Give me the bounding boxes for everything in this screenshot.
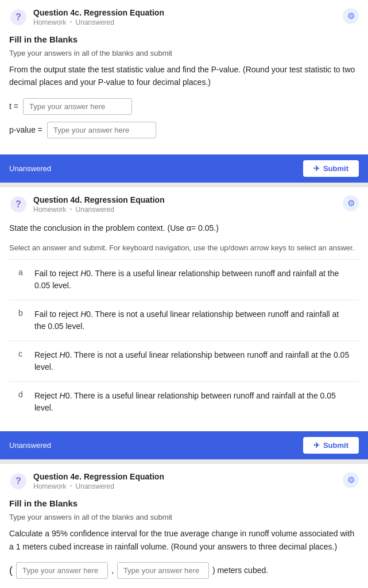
mc-letter-a: a [18,268,28,277]
mc-option-c[interactable]: c Reject H0. There is not a useful linea… [9,341,359,382]
fill-blanks-title-4c: Fill in the Blanks [9,34,359,44]
question-header-4d: ? Question 4d. Regression Equation Homew… [0,187,368,218]
ci-comma: , [111,566,114,575]
divider-1 [0,183,368,187]
mc-letter-c: c [18,349,28,358]
question-icon-4c: ? [9,8,28,26]
mc-option-a[interactable]: a Fail to reject H0. There is a useful l… [9,259,359,300]
mc-text-d: Reject H0. There is a useful linear rela… [34,390,350,414]
meta-homework-4e: Homework [33,482,66,490]
pvalue-input[interactable] [47,122,156,138]
gear-button-4e[interactable]: ⚙ [343,472,359,488]
question-4d: ? Question 4d. Regression Equation Homew… [0,187,368,459]
instruction-4c: Type your answers in all of the blanks a… [9,49,359,57]
fill-blanks-title-4e: Fill in the Blanks [9,498,359,508]
question-icon-4d: ? [9,195,28,214]
pvalue-label: p-value = [9,125,42,134]
question-title-4d: Question 4d. Regression Equation [33,195,337,204]
divider-2 [0,459,368,464]
ci-input-1[interactable] [16,562,108,579]
question-title-4e: Question 4e. Regression Equation [33,472,337,481]
submit-button-4d[interactable]: ✈ Submit [303,437,359,454]
mc-text-c: Reject H0. There is not a useful linear … [34,349,350,373]
gear-button-4d[interactable]: ⚙ [343,195,359,211]
prompt-4e: Calculate a 95% confidence interval for … [9,527,359,553]
question-title-4c: Question 4c. Regression Equation [33,8,337,17]
question-header-4e: ? Question 4e. Regression Equation Homew… [0,464,368,495]
prompt-4d: State the conclusion in the problem cont… [9,222,359,234]
ci-open-paren: ( [9,564,13,577]
mc-option-d[interactable]: d Reject H0. There is a useful linear re… [9,382,359,422]
meta-status-4e: Unanswered [76,482,114,490]
gear-icon-4c: ⚙ [347,11,355,21]
mc-text-a: Fail to reject H0. There is a useful lin… [34,268,350,292]
question-body-4e: Fill in the Blanks Type your answers in … [0,495,368,588]
submit-label-4c: Submit [323,164,348,173]
mc-text-b: Fail to reject H0. There is not a useful… [34,308,350,332]
t-input[interactable] [23,98,132,115]
question-title-area-4c: Question 4c. Regression Equation Homewor… [33,8,337,26]
question-title-area-4e: Question 4e. Regression Equation Homewor… [33,472,337,490]
question-meta-4c: Homework • Unanswered [33,18,337,26]
mc-letter-d: d [18,390,28,399]
instruction-4e: Type your answers in all of the blanks a… [9,513,359,521]
question-header-4c: ? Question 4c. Regression Equation Homew… [0,0,368,31]
mc-options-4d: a Fail to reject H0. There is a useful l… [9,259,359,422]
question-4c: ? Question 4c. Regression Equation Homew… [0,0,368,183]
question-body-4d: State the conclusion in the problem cont… [0,218,368,431]
mc-option-b[interactable]: b Fail to reject H0. There is not a usef… [9,300,359,341]
meta-homework-4d: Homework [33,206,66,214]
mc-instruction-4d: Select an answer and submit. For keyboar… [9,243,359,252]
pvalue-input-row: p-value = [9,122,359,138]
meta-status-4d: Unanswered [76,206,114,214]
meta-dot-4e: • [69,482,72,490]
meta-homework-4c: Homework [33,18,66,26]
submit-status-4c: Unanswered [9,164,51,173]
question-meta-4d: Homework • Unanswered [33,206,337,214]
meta-dot-4c: • [69,18,72,26]
submit-label-4d: Submit [323,441,348,450]
ci-input-2[interactable] [117,562,209,579]
prompt-4c: From the output state the test statistic… [9,63,359,89]
meta-status-4c: Unanswered [76,18,114,26]
question-4e: ? Question 4e. Regression Equation Homew… [0,464,368,588]
question-title-area-4d: Question 4d. Regression Equation Homewor… [33,195,337,214]
submit-button-4c[interactable]: ✈ Submit [303,160,359,177]
question-meta-4e: Homework • Unanswered [33,482,337,490]
submit-status-4d: Unanswered [9,441,51,450]
question-icon-4e: ? [9,472,28,490]
gear-icon-4d: ⚙ [347,198,355,208]
submit-icon-4c: ✈ [313,164,320,173]
gear-button-4c[interactable]: ⚙ [343,8,359,24]
svg-text:?: ? [16,476,21,486]
svg-text:?: ? [16,12,21,22]
submit-icon-4d: ✈ [313,441,320,450]
submit-bar-4d: Unanswered ✈ Submit [0,431,368,459]
gear-icon-4e: ⚙ [347,475,355,485]
ci-row: ( , ) meters cubed. [9,562,359,579]
t-label: t = [9,102,18,111]
question-body-4c: Fill in the Blanks Type your answers in … [0,31,368,154]
mc-letter-b: b [18,308,28,318]
submit-bar-4c: Unanswered ✈ Submit [0,154,368,183]
ci-close-suffix: ) meters cubed. [212,566,268,575]
meta-dot-4d: • [69,206,72,214]
t-input-row: t = [9,98,359,115]
svg-text:?: ? [16,199,21,209]
